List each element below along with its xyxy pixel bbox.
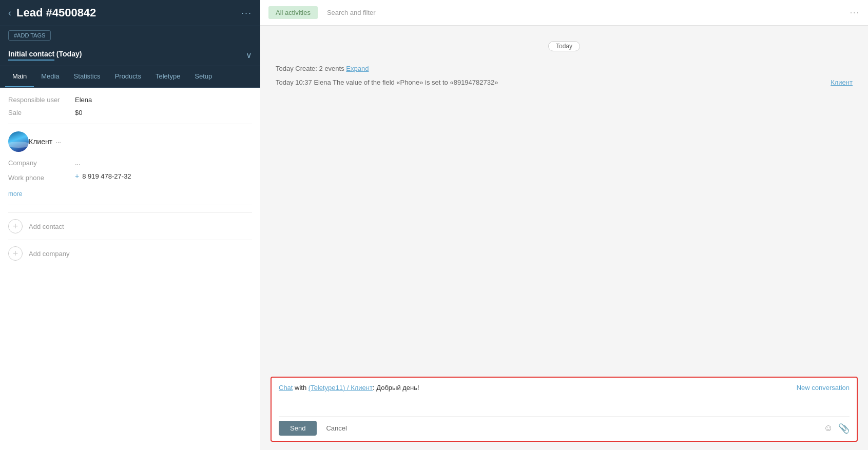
sale-label: Sale bbox=[8, 109, 75, 116]
activity-summary-text: Today Create: 2 events Expand bbox=[276, 65, 369, 72]
compose-text: Chat with (Teletype11) / Клиент: Добрый … bbox=[279, 384, 419, 392]
add-tags-button[interactable]: #ADD TAGS bbox=[8, 30, 51, 41]
stage-info: Initial contact (Today) bbox=[8, 50, 82, 61]
compose-box: Chat with (Teletype11) / Клиент: Добрый … bbox=[271, 377, 858, 442]
phone-row: + 8 919 478-27-32 bbox=[75, 172, 131, 180]
activity-feed: Today Today Create: 2 events Expand Toda… bbox=[260, 26, 868, 377]
phone-field-row: Work phone + 8 919 478-27-32 bbox=[8, 172, 252, 183]
lead-header: ‹ Lead #4500842 ··· bbox=[0, 0, 260, 26]
chat-link[interactable]: Chat bbox=[279, 384, 293, 392]
add-company-label: Add company bbox=[29, 250, 70, 258]
add-company-icon: + bbox=[8, 246, 23, 261]
stage-sub-label: (Today) bbox=[56, 50, 82, 58]
right-header: All activities Search and filter ··· bbox=[260, 0, 868, 26]
today-divider: Today bbox=[260, 41, 868, 51]
contact-block: Клиент ··· bbox=[8, 131, 252, 152]
divider-2 bbox=[8, 205, 252, 205]
back-button[interactable]: ‹ bbox=[8, 8, 11, 18]
responsible-label: Responsible user bbox=[8, 96, 75, 104]
add-contact-label: Add contact bbox=[29, 223, 64, 230]
lead-title: Lead #4500842 bbox=[16, 6, 241, 19]
activity-log-text: Today 10:37 Elena The value of the field… bbox=[276, 79, 498, 86]
filter-tab-all-activities[interactable]: All activities bbox=[268, 6, 318, 19]
compose-icons: ☺ 📎 bbox=[824, 423, 850, 434]
filter-tab-search[interactable]: Search and filter bbox=[320, 6, 383, 19]
company-label: Company bbox=[8, 159, 75, 167]
add-company-button[interactable]: + Add company bbox=[8, 240, 252, 267]
contact-more-icon[interactable]: ··· bbox=[55, 138, 61, 146]
phone-value: 8 919 478-27-32 bbox=[82, 172, 131, 180]
add-contact-button[interactable]: + Add contact bbox=[8, 212, 252, 240]
responsible-value: Elena bbox=[75, 96, 92, 104]
company-field-row: Company ... bbox=[8, 159, 252, 167]
stage-underline bbox=[8, 60, 54, 61]
sale-value: $0 bbox=[75, 109, 82, 116]
expand-link[interactable]: Expand bbox=[346, 65, 369, 72]
today-badge: Today bbox=[548, 41, 580, 51]
filter-tabs: All activities Search and filter bbox=[268, 6, 383, 19]
left-content: Responsible user Elena Sale $0 Клиент ··… bbox=[0, 88, 260, 450]
source-link[interactable]: (Teletype11) / Клиент bbox=[308, 384, 373, 392]
send-button[interactable]: Send bbox=[279, 421, 317, 436]
phone-label: Work phone bbox=[8, 174, 75, 182]
compose-footer: Send Cancel ☺ 📎 bbox=[279, 416, 850, 436]
tab-setup[interactable]: Setup bbox=[187, 66, 219, 87]
compose-actions: Send Cancel bbox=[279, 421, 347, 436]
phone-add-icon[interactable]: + bbox=[75, 172, 79, 180]
stage-row: Initial contact (Today) ∨ bbox=[0, 45, 260, 66]
right-panel: All activities Search and filter ··· Tod… bbox=[260, 0, 868, 450]
add-contact-icon: + bbox=[8, 219, 23, 233]
tab-products[interactable]: Products bbox=[108, 66, 148, 87]
new-conversation-link[interactable]: New conversation bbox=[797, 384, 850, 392]
activity-item-log: Today 10:37 Elena The value of the field… bbox=[260, 75, 868, 89]
stage-label: Initial contact bbox=[8, 50, 54, 58]
contact-name: Клиент bbox=[29, 138, 52, 146]
emoji-icon[interactable]: ☺ bbox=[824, 423, 833, 434]
activity-item-summary: Today Create: 2 events Expand bbox=[260, 62, 868, 75]
right-more-button[interactable]: ··· bbox=[850, 8, 860, 17]
stage-chevron-icon[interactable]: ∨ bbox=[246, 50, 252, 60]
responsible-field-row: Responsible user Elena bbox=[8, 96, 252, 104]
lead-more-button[interactable]: ··· bbox=[241, 8, 252, 18]
cancel-button[interactable]: Cancel bbox=[326, 424, 346, 432]
company-value: ... bbox=[75, 159, 81, 167]
left-panel: ‹ Lead #4500842 ··· #ADD TAGS Initial co… bbox=[0, 0, 260, 450]
avatar bbox=[8, 131, 29, 152]
tab-main[interactable]: Main bbox=[5, 66, 34, 87]
tab-media[interactable]: Media bbox=[34, 66, 66, 87]
tab-teletype[interactable]: Teletype bbox=[148, 66, 187, 87]
sale-field-row: Sale $0 bbox=[8, 109, 252, 116]
attach-icon[interactable]: 📎 bbox=[838, 423, 850, 434]
tags-row: #ADD TAGS bbox=[0, 26, 260, 45]
more-link[interactable]: more bbox=[8, 190, 22, 198]
tab-statistics[interactable]: Statistics bbox=[67, 66, 108, 87]
divider-1 bbox=[8, 124, 252, 124]
activity-client-link[interactable]: Клиент bbox=[831, 79, 853, 86]
tab-bar: Main Media Statistics Products Teletype … bbox=[0, 66, 260, 88]
